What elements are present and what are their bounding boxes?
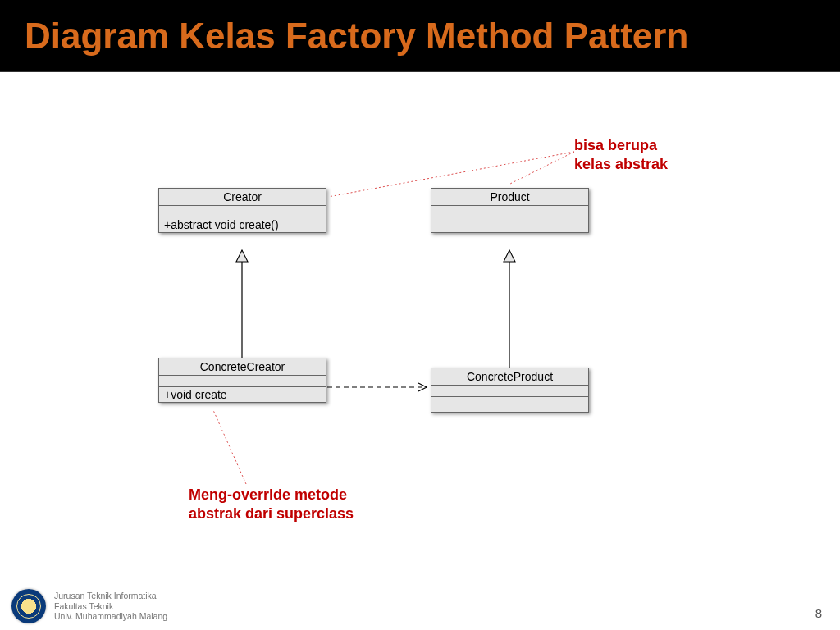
class-concrete-product-name: ConcreteProduct	[431, 368, 588, 386]
class-concrete-product-ops	[431, 397, 588, 412]
class-concrete-creator: ConcreteCreator +void create	[158, 358, 326, 403]
class-concrete-creator-ops: +void create	[159, 387, 326, 402]
class-concrete-product-attrs	[431, 386, 588, 397]
diagram-canvas: bisa berupa kelas abstrak Creator +abstr…	[0, 107, 840, 566]
leader-line-top-2	[509, 152, 574, 185]
class-concrete-creator-name: ConcreteCreator	[159, 358, 326, 376]
class-product-ops	[431, 217, 588, 232]
footer: Jurusan Teknik Informatika Fakultas Tekn…	[0, 582, 840, 630]
class-concrete-product: ConcreteProduct	[431, 368, 589, 413]
class-creator-name: Creator	[159, 189, 326, 206]
footer-line-3: Univ. Muhammadiyah Malang	[54, 611, 167, 622]
class-product: Product	[431, 188, 589, 233]
class-creator-ops: +abstract void create()	[159, 217, 326, 232]
inheritance-arrow-product	[504, 250, 515, 262]
class-creator-attrs	[159, 206, 326, 217]
footer-text: Jurusan Teknik Informatika Fakultas Tekn…	[54, 591, 167, 622]
class-concrete-creator-attrs	[159, 376, 326, 387]
class-creator: Creator +abstract void create()	[158, 188, 326, 233]
footer-line-2: Fakultas Teknik	[54, 601, 167, 612]
university-logo-icon	[11, 589, 46, 623]
footer-line-1: Jurusan Teknik Informatika	[54, 591, 167, 601]
slide: Diagram Kelas Factory Method Pattern bis…	[0, 0, 840, 630]
connectors	[0, 107, 840, 566]
annotation-abstract-class: bisa berupa kelas abstrak	[574, 136, 668, 173]
annotation-override: Meng-override metodeabstrak dari supercl…	[189, 486, 354, 523]
page-number: 8	[815, 606, 822, 620]
inheritance-arrow-creator	[236, 250, 248, 262]
class-product-attrs	[431, 206, 588, 217]
title-band: Diagram Kelas Factory Method Pattern	[0, 0, 840, 72]
leader-line-bottom	[213, 410, 246, 484]
slide-title: Diagram Kelas Factory Method Pattern	[25, 16, 815, 56]
class-product-name: Product	[431, 189, 588, 206]
